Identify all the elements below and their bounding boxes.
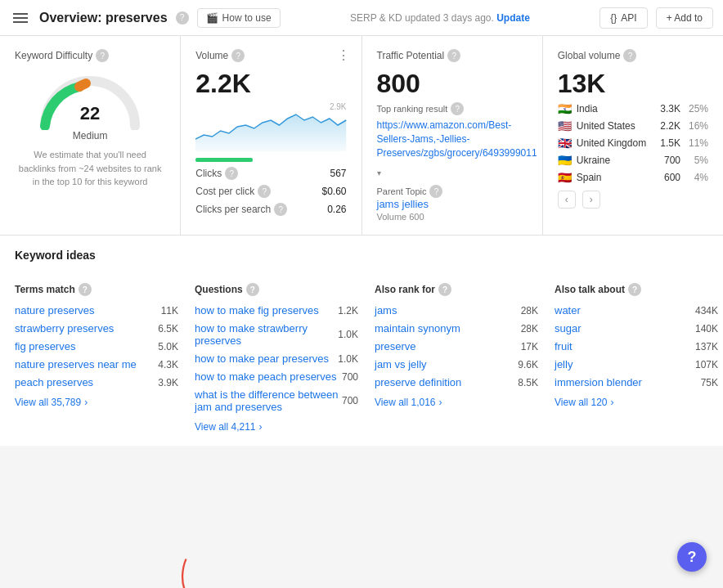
list-item: jams 28K: [375, 304, 538, 316]
add-to-button[interactable]: + Add to: [656, 7, 713, 29]
keyword-link[interactable]: fig preserves: [15, 340, 75, 352]
parent-topic-help-icon[interactable]: ?: [429, 185, 442, 198]
list-item: strawberry preserves 6.5K: [15, 322, 178, 334]
keyword-link[interactable]: what is the difference between jam and p…: [195, 388, 342, 413]
next-arrow[interactable]: ›: [582, 191, 600, 209]
menu-button[interactable]: [10, 10, 31, 26]
keyword-volume: 4.3K: [158, 359, 178, 370]
keyword-link[interactable]: maintain synonym: [375, 322, 460, 334]
volume-more-button[interactable]: ⋮: [337, 47, 350, 63]
keyword-link[interactable]: jelly: [555, 358, 573, 370]
top-ranking-label: Top ranking result ?: [377, 102, 528, 115]
clicks-row: Clicks ? 567: [195, 167, 346, 180]
also-talk-help-icon[interactable]: ?: [628, 283, 641, 296]
cpc-label: Cost per click ?: [195, 185, 271, 198]
keyword-link[interactable]: nature preserves: [15, 304, 95, 316]
keyword-link[interactable]: jams: [375, 304, 397, 316]
keyword-link[interactable]: jam vs jelly: [375, 358, 427, 370]
country-pct: 25%: [685, 103, 708, 114]
cpc-help-icon[interactable]: ?: [258, 185, 271, 198]
ideas-grid: Terms match ? nature preserves 11K straw…: [15, 283, 708, 433]
kd-gauge: 22 Medium: [15, 69, 165, 141]
list-item: immersion blender 75K: [555, 376, 718, 388]
keyword-link[interactable]: fruit: [555, 340, 573, 352]
clicks-value: 567: [330, 168, 346, 179]
update-link[interactable]: Update: [496, 12, 530, 24]
kd-rating: Medium: [73, 130, 108, 141]
country-volume: 2.2K: [652, 120, 680, 132]
keyword-volume: 700: [342, 395, 358, 406]
questions-help-icon[interactable]: ?: [246, 283, 259, 296]
prev-arrow[interactable]: ‹: [558, 191, 576, 209]
list-item: water 434K: [555, 304, 718, 316]
list-item: nature preserves near me 4.3K: [15, 358, 178, 370]
traffic-help-icon[interactable]: ?: [447, 49, 460, 62]
also-rank-view-all[interactable]: View all 1,016 ›: [375, 397, 538, 408]
keyword-link[interactable]: nature preserves near me: [15, 358, 137, 370]
country-name: Ukraine: [577, 155, 647, 166]
nav-arrows: ‹ ›: [558, 191, 708, 209]
cps-help-icon[interactable]: ?: [274, 203, 287, 216]
keyword-volume: 1.0K: [338, 329, 358, 340]
also-rank-help-icon[interactable]: ?: [438, 283, 451, 296]
keyword-link[interactable]: strawberry preserves: [15, 322, 114, 334]
also-rank-list: jams 28K maintain synonym 28K preserve 1…: [375, 304, 538, 388]
top-ranking-help-icon[interactable]: ?: [451, 102, 464, 115]
also-rank-col: Also rank for ? jams 28K maintain synony…: [375, 283, 555, 433]
cps-label: Clicks per search ?: [195, 203, 287, 216]
questions-view-all[interactable]: View all 4,211 ›: [195, 421, 358, 433]
help-bubble-button[interactable]: ?: [677, 542, 707, 572]
also-talk-view-all[interactable]: View all 120 ›: [555, 397, 718, 408]
ranking-url-link[interactable]: https://www.amazon.com/Best-Sellers-Jams…: [377, 119, 528, 159]
country-volume: 3.3K: [652, 103, 680, 114]
list-item: sugar 140K: [555, 322, 718, 334]
clicks-help-icon[interactable]: ?: [225, 167, 238, 180]
title-help-icon[interactable]: ?: [176, 11, 189, 25]
parent-topic-link[interactable]: jams jellies: [377, 198, 429, 210]
country-row: 🇪🇸 Spain 600 4%: [558, 171, 708, 184]
keyword-volume: 1.0K: [338, 353, 358, 365]
keyword-volume: 434K: [695, 305, 718, 316]
list-item: preserve definition 8.5K: [375, 376, 538, 388]
keyword-link[interactable]: how to make strawberry preserves: [195, 322, 338, 347]
country-name: United Kingdom: [577, 137, 647, 149]
volume-progress-bar: [195, 158, 253, 162]
dropdown-icon[interactable]: ▾: [377, 168, 381, 177]
keyword-link[interactable]: how to make pear preserves: [195, 352, 329, 365]
questions-col: Questions ? how to make fig preserves 1.…: [195, 283, 375, 433]
code-icon: {}: [610, 12, 617, 24]
terms-match-view-all[interactable]: View all 35,789 ›: [15, 397, 178, 408]
cpc-row: Cost per click ? $0.60: [195, 185, 346, 198]
keyword-link[interactable]: how to make fig preserves: [195, 304, 319, 316]
traffic-value: 800: [377, 69, 528, 99]
api-button[interactable]: {} API: [600, 7, 647, 29]
volume-help-icon[interactable]: ?: [231, 49, 245, 62]
keyword-link[interactable]: preserve definition: [375, 376, 461, 388]
country-volume: 600: [652, 172, 680, 183]
list-item: what is the difference between jam and p…: [195, 388, 358, 413]
keyword-link[interactable]: immersion blender: [555, 376, 642, 388]
country-row: 🇺🇸 United States 2.2K 16%: [558, 119, 708, 132]
questions-header: Questions ?: [195, 283, 358, 296]
keyword-link[interactable]: how to make peach preserves: [195, 370, 336, 383]
keyword-volume: 137K: [695, 341, 718, 352]
clicks-label: Clicks ?: [195, 167, 238, 180]
keyword-link[interactable]: sugar: [555, 322, 582, 334]
country-flag: 🇬🇧: [558, 137, 572, 150]
how-to-button[interactable]: 🎬 How to use: [197, 8, 281, 28]
list-item: how to make pear preserves 1.0K: [195, 352, 358, 365]
keyword-volume: 3.9K: [158, 377, 178, 388]
metrics-row: Keyword Difficulty ? 22 Medium We estima…: [0, 36, 723, 236]
also-rank-header: Also rank for ?: [375, 283, 538, 296]
list-item: how to make peach preserves 700: [195, 370, 358, 383]
keyword-link[interactable]: preserve: [375, 340, 416, 352]
global-help-icon[interactable]: ?: [623, 49, 636, 62]
keyword-link[interactable]: water: [555, 304, 581, 316]
country-volume: 1.5K: [652, 137, 680, 149]
kd-help-icon[interactable]: ?: [96, 49, 109, 62]
kd-card: Keyword Difficulty ? 22 Medium We estima…: [0, 36, 181, 235]
volume-stats: Clicks ? 567 Cost per click ? $0.60 Clic…: [195, 167, 346, 216]
keyword-link[interactable]: peach preserves: [15, 376, 93, 388]
terms-match-help-icon[interactable]: ?: [79, 283, 92, 296]
gauge-svg: 22: [37, 69, 143, 130]
